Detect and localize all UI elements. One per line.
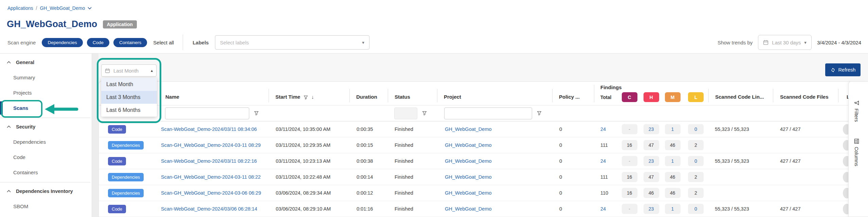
scan-name-link[interactable]: Scan-WebGoat_Demo-2024/03/11 08:34:06 [161,126,257,132]
time-range-option[interactable]: Last Month [101,78,157,91]
finding-chip-low[interactable]: 2 [688,188,704,198]
breadcrumb-current-link[interactable]: GH_WebGoat_Demo [40,5,85,11]
project-link[interactable]: GH_WebGoat_Demo [445,158,492,164]
filter-funnel-icon[interactable] [422,111,427,116]
filter-funnel-icon[interactable] [537,111,542,116]
status-cell: Finished [388,142,437,148]
finding-chip-medium[interactable]: 46 [665,188,681,198]
finding-chip-critical[interactable]: 16 [622,188,637,198]
finding-chip-medium[interactable]: 1 [665,204,681,214]
status-filter-select[interactable] [394,107,417,119]
time-range-option[interactable]: Last 6 Months [101,104,157,117]
policy-cell: 0 [552,206,594,212]
labels-select[interactable]: Select labels ▾ [215,35,369,50]
filter-funnel-icon[interactable] [304,95,308,100]
sidebar-section-general: General Summary Projects Scans [0,54,92,118]
findings-total-value[interactable]: 111 [600,174,608,180]
breadcrumb-separator: / [36,5,37,11]
sidebar-item-sbom[interactable]: SBOM [0,199,92,214]
column-header-scanned-files[interactable]: Scanned Code Files [773,82,838,105]
finding-chip-low[interactable]: 2 [688,140,704,150]
finding-chip-low[interactable]: 2 [688,172,704,182]
filter-funnel-icon [854,100,859,105]
sidebar-item-summary[interactable]: Summary [0,70,92,85]
findings-total-value[interactable]: 24 [600,126,606,132]
column-header-status[interactable]: Status [388,82,437,105]
column-header-scanned-lines[interactable]: Scanned Code Lin... [708,82,773,105]
sidebar-item-code[interactable]: Code [0,150,92,165]
chevron-up-icon [7,61,11,64]
sort-desc-icon[interactable]: ↓ [311,94,314,100]
finding-chip-critical[interactable]: - [622,204,637,214]
severity-badge-m: M [665,92,681,102]
time-range-trigger[interactable]: Last Month ▴ [101,64,157,77]
finding-chip-high[interactable]: 47 [644,140,659,150]
column-header-policy[interactable]: Policy ... [552,82,594,105]
tab-filters[interactable]: Filters [854,100,859,122]
findings-total-value[interactable]: 24 [600,158,606,164]
breadcrumb-applications-link[interactable]: Applications [7,5,33,11]
scan-name-link[interactable]: Scan-GH_WebGoat_Demo-2024-03-11 08:22 [161,174,261,180]
finding-chip-low[interactable]: 0 [688,124,704,134]
finding-chip-high[interactable]: 23 [644,156,659,166]
caret-down-icon: ▾ [804,40,807,45]
column-header-name[interactable]: Name [161,82,269,105]
table-row: Code Scan-WebGoat_Demo-2024/03/06 06:28:… [99,201,850,217]
sidebar-section-dependencies-inventory-header[interactable]: Dependencies Inventory [0,183,92,199]
scan-name-link[interactable]: Scan-GH_WebGoat_Demo-2024-03-06 06:29 [161,190,261,196]
time-range-option[interactable]: Last 3 Months [101,91,157,104]
finding-chip-medium[interactable]: 46 [665,140,681,150]
finding-chip-critical[interactable]: - [622,124,637,134]
finding-chip-medium[interactable]: 46 [665,172,681,182]
project-link[interactable]: GH_WebGoat_Demo [445,206,492,212]
sidebar-splitter[interactable] [92,54,98,217]
engine-pill-code[interactable]: Code [87,38,109,47]
sidebar-item-dependencies[interactable]: Dependencies [0,134,92,150]
finding-chip-low[interactable]: 0 [688,204,704,214]
tab-columns[interactable]: Columns [854,139,859,166]
project-link[interactable]: GH_WebGoat_Demo [445,126,492,132]
chevron-down-icon[interactable] [88,7,92,9]
findings-total-value[interactable]: 24 [600,206,606,212]
finding-chip-critical[interactable]: 16 [622,140,637,150]
select-all-link[interactable]: Select all [153,40,174,45]
scan-name-link[interactable]: Scan-WebGoat_Demo-2024/03/06 06:28:14 [161,206,257,212]
name-filter-input[interactable] [165,107,249,119]
sidebar-item-scans[interactable]: Scans [0,100,92,116]
project-filter-input[interactable] [444,107,532,119]
refresh-button[interactable]: Refresh [825,63,861,76]
finding-chip-medium[interactable]: 1 [665,156,681,166]
scan-name-link[interactable]: Scan-GH_WebGoat_Demo-2024-03-11 08:29 [161,142,261,148]
page-title: GH_WebGoat_Demo [7,19,97,29]
finding-chip-high[interactable]: 23 [644,204,659,214]
project-link[interactable]: GH_WebGoat_Demo [445,142,492,148]
project-link[interactable]: GH_WebGoat_Demo [445,174,492,180]
column-header-project[interactable]: Project [437,82,552,105]
start-time-cell: 03/11/2024, 10:22:48 AM [269,174,349,180]
findings-total-value[interactable]: 111 [600,142,608,148]
finding-chip-high[interactable]: 23 [644,124,659,134]
project-link[interactable]: GH_WebGoat_Demo [445,190,492,196]
trends-period-dropdown[interactable]: Last 30 days ▾ [758,35,812,50]
sidebar-item-projects[interactable]: Projects [0,85,92,100]
finding-chip-low[interactable]: 0 [688,156,704,166]
sidebar-section-security-header[interactable]: Security [0,119,92,134]
duration-cell: 0:00:15 [349,142,388,148]
finding-chip-high[interactable]: 46 [644,188,659,198]
finding-chip-high[interactable]: 47 [644,172,659,182]
column-header-duration[interactable]: Duration [349,82,388,105]
finding-chip-critical[interactable]: 16 [622,172,637,182]
show-trends-label: Show trends by [718,40,753,45]
filter-funnel-icon[interactable] [254,111,259,116]
findings-total-value[interactable]: 110 [600,190,608,196]
sidebar-item-containers[interactable]: Containers [0,165,92,180]
engine-pill-dependencies[interactable]: Dependencies [42,38,83,47]
duration-cell: 0:01:16 [349,206,388,212]
finding-chip-medium[interactable]: 1 [665,124,681,134]
engine-pill-containers[interactable]: Containers [113,38,147,47]
sidebar-section-dependencies-inventory: Dependencies Inventory SBOM [0,182,92,214]
scan-name-link[interactable]: Scan-WebGoat_Demo-2024/03/11 08:22:16 [161,158,257,164]
column-header-start-time[interactable]: Start Time ↓ [269,82,349,105]
sidebar-section-general-header[interactable]: General [0,54,92,70]
finding-chip-critical[interactable]: - [622,156,637,166]
